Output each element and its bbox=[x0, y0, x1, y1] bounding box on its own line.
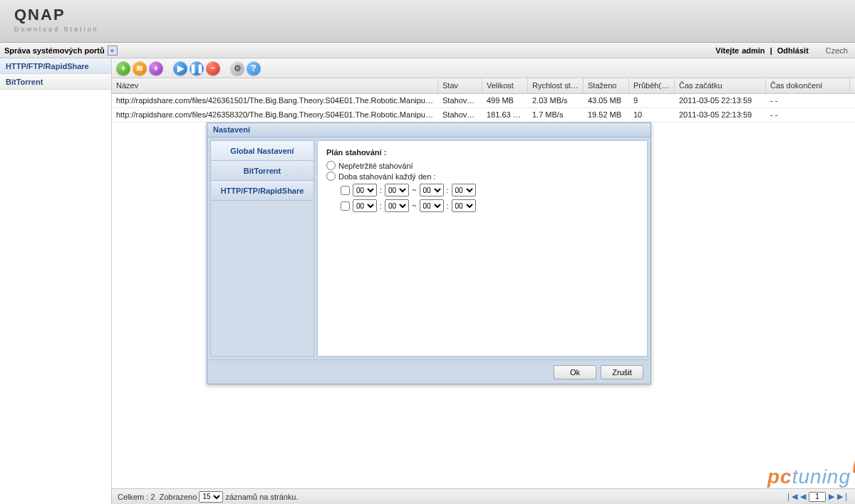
sidebar-item-bittorrent[interactable]: BitTorrent bbox=[0, 74, 111, 90]
page-size-select[interactable]: 15 bbox=[199, 491, 223, 503]
col-speed[interactable]: Rychlost stahov... bbox=[528, 78, 584, 93]
dialog-title: Nastavení bbox=[207, 123, 651, 137]
cell-speed: 2.03 MB/s bbox=[528, 94, 584, 107]
dialog-nav-http-ftp-rapidshare[interactable]: HTTP/FTP/RapidShare bbox=[211, 181, 314, 201]
col-end-time[interactable]: Čas dokončení bbox=[766, 78, 850, 93]
time-row1-hh1[interactable]: 00 bbox=[353, 184, 377, 196]
schedule-title: Plán stahování : bbox=[326, 148, 638, 157]
cell-down: 43.05 MB bbox=[584, 94, 629, 107]
cell-down: 19.52 MB bbox=[584, 108, 629, 122]
col-downloaded[interactable]: Staženo bbox=[584, 78, 629, 93]
dialog-nav-bittorrent[interactable]: BitTorrent bbox=[211, 161, 314, 181]
col-size[interactable]: Velikost bbox=[482, 78, 528, 93]
time-row2-hh2[interactable]: 00 bbox=[420, 199, 444, 212]
brand-subtitle: Download Station bbox=[14, 26, 841, 33]
cell-prog: 9 bbox=[629, 94, 675, 107]
total-label: Celkem : bbox=[118, 493, 148, 501]
sidebar-item-http-ftp-rapidshare[interactable]: HTTP/FTP/RapidShare bbox=[0, 58, 111, 74]
cell-size: 181.63 MB bbox=[482, 108, 528, 122]
pager-last-icon[interactable]: ▶❘ bbox=[837, 492, 849, 501]
cell-end: - - bbox=[766, 108, 850, 122]
total-count: 2 bbox=[150, 493, 155, 501]
time-row2-mm1[interactable]: 00 bbox=[385, 199, 409, 212]
cell-status: Stahování bbox=[438, 94, 482, 107]
settings-dialog: Nastavení Global Nastavení BitTorrent HT… bbox=[207, 122, 651, 384]
dialog-content: Plán stahování : Nepřetržité stahování D… bbox=[317, 140, 648, 357]
cell-start: 2011-03-05 22:13:59 bbox=[675, 108, 766, 122]
table-row[interactable]: http://rapidshare.com/files/426358320/Th… bbox=[112, 108, 855, 122]
pager: ❘◀ ◀ ▶ ▶❘ bbox=[785, 492, 849, 502]
dialog-footer: Ok Zrušit bbox=[207, 359, 651, 384]
rss-icon[interactable]: ≋ bbox=[133, 61, 147, 75]
pager-prev-icon[interactable]: ◀ bbox=[800, 492, 806, 501]
grid-body: http://rapidshare.com/files/426361501/Th… bbox=[112, 94, 855, 122]
settings-icon[interactable]: ⚙ bbox=[230, 61, 244, 75]
current-user: admin bbox=[742, 46, 765, 55]
pause-icon[interactable]: ❚❚ bbox=[190, 61, 204, 75]
top-bar: Správa systémových portů « Vítejte admin… bbox=[0, 43, 855, 58]
cell-end: - - bbox=[766, 94, 850, 107]
pager-first-icon[interactable]: ❘◀ bbox=[785, 492, 797, 501]
brand-logo: QNAP bbox=[14, 6, 841, 24]
logout-link[interactable]: Odhlásit bbox=[777, 46, 809, 55]
time-row2-enable[interactable] bbox=[341, 201, 350, 211]
status-suffix: záznamů na stránku. bbox=[225, 493, 298, 501]
time-row1-hh2[interactable]: 00 bbox=[420, 184, 444, 196]
grid-header: Název Stav Velikost Rychlost stahov... S… bbox=[112, 78, 855, 94]
cell-name: http://rapidshare.com/files/426361501/Th… bbox=[112, 94, 438, 107]
cell-status: Stahování bbox=[438, 108, 482, 122]
time-row1-enable[interactable] bbox=[341, 186, 350, 195]
dialog-nav-global[interactable]: Global Nastavení bbox=[211, 141, 314, 161]
play-icon[interactable]: ▶ bbox=[173, 61, 187, 75]
radio-daily-label: Doba stahování každý den : bbox=[338, 172, 435, 181]
radio-continuous[interactable] bbox=[326, 161, 336, 170]
cell-start: 2011-03-05 22:13:59 bbox=[675, 94, 766, 107]
time-row1-mm2[interactable]: 00 bbox=[452, 184, 476, 196]
col-name[interactable]: Název bbox=[112, 78, 438, 93]
radio-continuous-label: Nepřetržité stahování bbox=[338, 162, 413, 170]
welcome-prefix: Vítejte bbox=[715, 46, 739, 55]
pager-page-input[interactable] bbox=[809, 492, 826, 502]
add-icon[interactable]: + bbox=[116, 61, 130, 75]
sidebar: HTTP/FTP/RapidShare BitTorrent bbox=[0, 58, 112, 504]
shown-label: Zobrazeno bbox=[160, 493, 197, 501]
radio-daily[interactable] bbox=[326, 172, 336, 181]
cancel-button[interactable]: Zrušit bbox=[601, 365, 643, 379]
add-url-icon[interactable]: + bbox=[149, 61, 163, 75]
table-row[interactable]: http://rapidshare.com/files/426361501/Th… bbox=[112, 94, 855, 108]
ok-button[interactable]: Ok bbox=[554, 365, 596, 379]
collapse-sidebar-icon[interactable]: « bbox=[108, 46, 118, 56]
col-status[interactable]: Stav bbox=[438, 78, 482, 93]
toolbar: + ≋ + ▶ ❚❚ － ⚙ ? bbox=[112, 58, 855, 78]
cell-name: http://rapidshare.com/files/426358320/Th… bbox=[112, 108, 438, 122]
col-progress[interactable]: Průběh(%) bbox=[629, 78, 675, 93]
app-header: QNAP Download Station bbox=[0, 0, 855, 43]
language-selector[interactable]: Czech bbox=[826, 46, 848, 55]
cell-speed: 1.7 MB/s bbox=[528, 108, 584, 122]
time-row2-mm2[interactable]: 00 bbox=[452, 199, 476, 212]
status-bar: Celkem : 2 Zobrazeno 15 záznamů na strán… bbox=[112, 488, 855, 504]
col-start-time[interactable]: Čas začátku bbox=[675, 78, 766, 93]
time-row1-mm1[interactable]: 00 bbox=[385, 184, 409, 196]
cell-size: 499 MB bbox=[482, 94, 528, 107]
time-row2-hh1[interactable]: 00 bbox=[353, 199, 377, 212]
dialog-nav: Global Nastavení BitTorrent HTTP/FTP/Rap… bbox=[210, 140, 314, 357]
stop-icon[interactable]: － bbox=[206, 61, 220, 75]
pager-next-icon[interactable]: ▶ bbox=[829, 492, 834, 501]
cell-prog: 10 bbox=[629, 108, 675, 122]
panel-title: Správa systémových portů bbox=[4, 46, 105, 55]
help-icon[interactable]: ? bbox=[247, 61, 261, 75]
